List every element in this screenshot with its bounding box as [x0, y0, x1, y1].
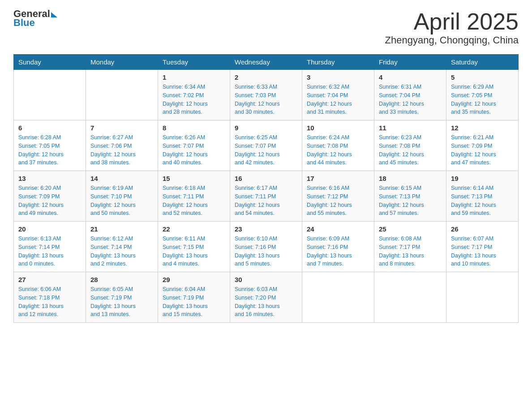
day-info: Sunrise: 6:32 AMSunset: 7:04 PMDaylight:…	[307, 83, 369, 116]
calendar-cell: 14Sunrise: 6:19 AMSunset: 7:10 PMDayligh…	[86, 171, 158, 222]
day-number: 4	[379, 73, 442, 81]
calendar-week-row: 1Sunrise: 6:34 AMSunset: 7:02 PMDaylight…	[14, 70, 519, 120]
calendar-cell: 23Sunrise: 6:10 AMSunset: 7:16 PMDayligh…	[230, 222, 302, 272]
logo-blue-text: Blue	[13, 18, 57, 28]
weekday-header-sunday: Sunday	[14, 55, 86, 70]
weekday-header-thursday: Thursday	[302, 55, 374, 70]
day-info: Sunrise: 6:21 AMSunset: 7:09 PMDaylight:…	[451, 133, 514, 167]
day-number: 12	[451, 124, 514, 132]
calendar-table: SundayMondayTuesdayWednesdayThursdayFrid…	[13, 54, 519, 323]
day-info: Sunrise: 6:29 AMSunset: 7:05 PMDaylight:…	[451, 83, 514, 116]
calendar-cell: 6Sunrise: 6:28 AMSunset: 7:05 PMDaylight…	[14, 120, 86, 171]
day-number: 5	[451, 73, 514, 81]
day-info: Sunrise: 6:13 AMSunset: 7:14 PMDaylight:…	[18, 235, 81, 268]
day-number: 8	[163, 124, 225, 132]
day-info: Sunrise: 6:03 AMSunset: 7:20 PMDaylight:…	[235, 285, 297, 319]
day-info: Sunrise: 6:27 AMSunset: 7:06 PMDaylight:…	[90, 133, 153, 167]
day-number: 26	[451, 225, 514, 233]
day-info: Sunrise: 6:24 AMSunset: 7:08 PMDaylight:…	[307, 133, 369, 167]
day-number: 28	[90, 276, 153, 283]
calendar-cell: 11Sunrise: 6:23 AMSunset: 7:08 PMDayligh…	[374, 120, 446, 171]
calendar-cell: 7Sunrise: 6:27 AMSunset: 7:06 PMDaylight…	[86, 120, 158, 171]
logo-triangle-icon	[51, 12, 57, 17]
day-number: 11	[379, 124, 442, 132]
calendar-cell: 16Sunrise: 6:17 AMSunset: 7:11 PMDayligh…	[230, 171, 302, 222]
day-info: Sunrise: 6:04 AMSunset: 7:19 PMDaylight:…	[163, 285, 225, 319]
day-info: Sunrise: 6:06 AMSunset: 7:18 PMDaylight:…	[18, 285, 81, 319]
day-number: 13	[18, 175, 81, 182]
day-number: 22	[163, 225, 225, 233]
calendar-cell: 27Sunrise: 6:06 AMSunset: 7:18 PMDayligh…	[14, 272, 86, 323]
day-number: 1	[163, 73, 225, 81]
calendar-cell: 24Sunrise: 6:09 AMSunset: 7:16 PMDayligh…	[302, 222, 374, 272]
calendar-header: SundayMondayTuesdayWednesdayThursdayFrid…	[14, 55, 519, 70]
day-number: 2	[235, 73, 297, 81]
day-number: 16	[235, 175, 297, 182]
day-number: 30	[235, 276, 297, 283]
day-info: Sunrise: 6:31 AMSunset: 7:04 PMDaylight:…	[379, 83, 442, 116]
calendar-cell	[446, 272, 519, 323]
day-number: 18	[379, 175, 442, 182]
day-number: 24	[307, 225, 369, 233]
weekday-header-friday: Friday	[374, 55, 446, 70]
day-info: Sunrise: 6:11 AMSunset: 7:15 PMDaylight:…	[163, 235, 225, 268]
day-info: Sunrise: 6:34 AMSunset: 7:02 PMDaylight:…	[163, 83, 225, 116]
weekday-header-tuesday: Tuesday	[158, 55, 230, 70]
day-info: Sunrise: 6:23 AMSunset: 7:08 PMDaylight:…	[379, 133, 442, 167]
day-number: 21	[90, 225, 153, 233]
weekday-header-monday: Monday	[86, 55, 158, 70]
day-info: Sunrise: 6:28 AMSunset: 7:05 PMDaylight:…	[18, 133, 81, 167]
day-info: Sunrise: 6:15 AMSunset: 7:13 PMDaylight:…	[379, 184, 442, 218]
day-info: Sunrise: 6:26 AMSunset: 7:07 PMDaylight:…	[163, 133, 225, 167]
day-number: 14	[90, 175, 153, 182]
calendar-subtitle: Zhengyang, Chongqing, China	[385, 34, 519, 46]
weekday-header-saturday: Saturday	[446, 55, 519, 70]
calendar-cell: 30Sunrise: 6:03 AMSunset: 7:20 PMDayligh…	[230, 272, 302, 323]
day-info: Sunrise: 6:08 AMSunset: 7:17 PMDaylight:…	[379, 235, 442, 268]
day-number: 7	[90, 124, 153, 132]
title-block: April 2025 Zhengyang, Chongqing, China	[385, 9, 519, 46]
day-info: Sunrise: 6:19 AMSunset: 7:10 PMDaylight:…	[90, 184, 153, 218]
day-number: 17	[307, 175, 369, 182]
calendar-cell: 18Sunrise: 6:15 AMSunset: 7:13 PMDayligh…	[374, 171, 446, 222]
day-number: 15	[163, 175, 225, 182]
calendar-cell: 21Sunrise: 6:12 AMSunset: 7:14 PMDayligh…	[86, 222, 158, 272]
day-info: Sunrise: 6:12 AMSunset: 7:14 PMDaylight:…	[90, 235, 153, 268]
calendar-week-row: 27Sunrise: 6:06 AMSunset: 7:18 PMDayligh…	[14, 272, 519, 323]
calendar-cell: 13Sunrise: 6:20 AMSunset: 7:09 PMDayligh…	[14, 171, 86, 222]
calendar-cell	[14, 70, 86, 120]
weekday-header-wednesday: Wednesday	[230, 55, 302, 70]
day-number: 10	[307, 124, 369, 132]
calendar-cell: 15Sunrise: 6:18 AMSunset: 7:11 PMDayligh…	[158, 171, 230, 222]
calendar-cell: 5Sunrise: 6:29 AMSunset: 7:05 PMDaylight…	[446, 70, 519, 120]
page-header: General Blue April 2025 Zhengyang, Chong…	[13, 9, 519, 46]
day-info: Sunrise: 6:33 AMSunset: 7:03 PMDaylight:…	[235, 83, 297, 116]
calendar-week-row: 13Sunrise: 6:20 AMSunset: 7:09 PMDayligh…	[14, 171, 519, 222]
day-number: 19	[451, 175, 514, 182]
day-info: Sunrise: 6:09 AMSunset: 7:16 PMDaylight:…	[307, 235, 369, 268]
day-info: Sunrise: 6:10 AMSunset: 7:16 PMDaylight:…	[235, 235, 297, 268]
calendar-cell	[302, 272, 374, 323]
calendar-week-row: 20Sunrise: 6:13 AMSunset: 7:14 PMDayligh…	[14, 222, 519, 272]
calendar-cell: 3Sunrise: 6:32 AMSunset: 7:04 PMDaylight…	[302, 70, 374, 120]
calendar-title: April 2025	[385, 9, 519, 34]
day-number: 3	[307, 73, 369, 81]
day-info: Sunrise: 6:17 AMSunset: 7:11 PMDaylight:…	[235, 184, 297, 218]
logo: General Blue	[13, 9, 57, 28]
calendar-week-row: 6Sunrise: 6:28 AMSunset: 7:05 PMDaylight…	[14, 120, 519, 171]
day-number: 20	[18, 225, 81, 233]
calendar-cell: 2Sunrise: 6:33 AMSunset: 7:03 PMDaylight…	[230, 70, 302, 120]
calendar-cell: 20Sunrise: 6:13 AMSunset: 7:14 PMDayligh…	[14, 222, 86, 272]
day-info: Sunrise: 6:20 AMSunset: 7:09 PMDaylight:…	[18, 184, 81, 218]
day-info: Sunrise: 6:07 AMSunset: 7:17 PMDaylight:…	[451, 235, 514, 268]
calendar-cell: 1Sunrise: 6:34 AMSunset: 7:02 PMDaylight…	[158, 70, 230, 120]
calendar-cell: 29Sunrise: 6:04 AMSunset: 7:19 PMDayligh…	[158, 272, 230, 323]
day-number: 27	[18, 276, 81, 283]
day-info: Sunrise: 6:16 AMSunset: 7:12 PMDaylight:…	[307, 184, 369, 218]
day-info: Sunrise: 6:25 AMSunset: 7:07 PMDaylight:…	[235, 133, 297, 167]
calendar-cell: 26Sunrise: 6:07 AMSunset: 7:17 PMDayligh…	[446, 222, 519, 272]
day-number: 23	[235, 225, 297, 233]
day-info: Sunrise: 6:05 AMSunset: 7:19 PMDaylight:…	[90, 285, 153, 319]
calendar-body: 1Sunrise: 6:34 AMSunset: 7:02 PMDaylight…	[14, 70, 519, 323]
calendar-cell: 25Sunrise: 6:08 AMSunset: 7:17 PMDayligh…	[374, 222, 446, 272]
